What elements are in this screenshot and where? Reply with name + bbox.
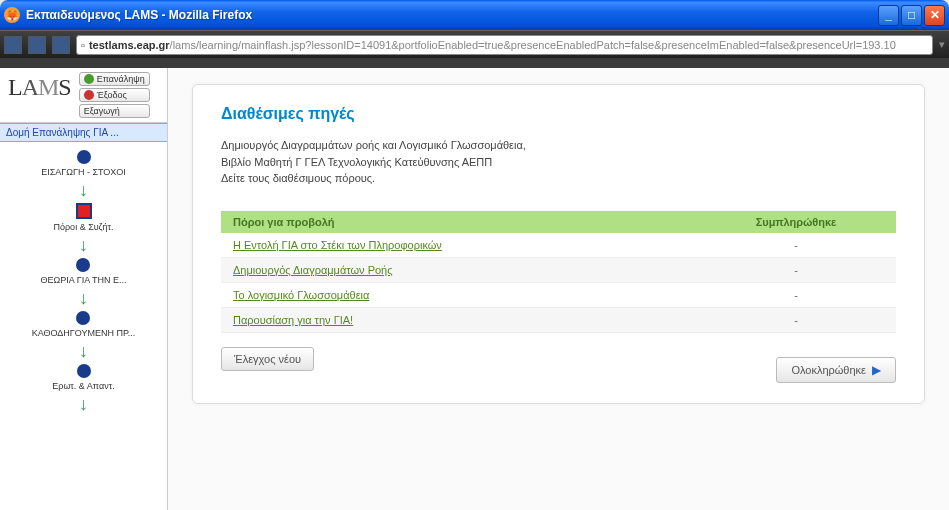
export-button[interactable]: Εξαγωγή bbox=[79, 104, 150, 118]
toolbar-icon-3[interactable] bbox=[52, 36, 70, 54]
flow-node-label: ΘΕΩΡΙΑ ΓΙΑ ΤΗΝ Ε... bbox=[36, 275, 130, 285]
sidebar: LAMS Επανάληψη Έξοδος Εξαγωγή Δομή Επανά… bbox=[0, 68, 168, 510]
content-panel: Διαθέσιμες πηγές Δημιουργός Διαγραμμάτων… bbox=[192, 84, 925, 404]
circle-node-icon bbox=[76, 311, 90, 325]
flow-node-label: ΕΙΣΑΓΩΓΗ - ΣΤΟΧΟΙ bbox=[37, 167, 130, 177]
ruler-strip bbox=[0, 58, 949, 68]
toolbar-icon-1[interactable] bbox=[4, 36, 22, 54]
flow-node-theory[interactable]: ΘΕΩΡΙΑ ΓΙΑ ΤΗΝ Ε... bbox=[36, 258, 130, 285]
completed-cell: - bbox=[696, 257, 896, 282]
page-title: Διαθέσιμες πηγές bbox=[221, 105, 896, 123]
forward-arrow-icon: ▶ bbox=[872, 363, 881, 377]
flow-node-label: ΚΑΘΟΔΗΓΟΥΜΕΝΗ ΠΡ... bbox=[28, 328, 140, 338]
square-node-icon bbox=[76, 203, 92, 219]
resume-label: Επανάληψη bbox=[97, 74, 145, 84]
exit-icon bbox=[84, 90, 94, 100]
url-bar[interactable]: ▫ testlams.eap.gr /lams/learning/mainfla… bbox=[76, 35, 933, 55]
flow-node-qa[interactable]: Ερωτ. & Απαντ. bbox=[48, 364, 118, 391]
flow-arrow-icon: ↓ bbox=[79, 181, 88, 199]
browser-toolbar: ▫ testlams.eap.gr /lams/learning/mainfla… bbox=[0, 30, 949, 58]
check-new-button[interactable]: Έλεγχος νέου bbox=[221, 347, 314, 371]
table-row: Παρουσίαση για την ΓΙΑ! - bbox=[221, 307, 896, 332]
desc-line: Δημιουργός Διαγραμμάτων ροής και Λογισμι… bbox=[221, 139, 526, 151]
firefox-icon: 🦊 bbox=[4, 7, 20, 23]
complete-label: Ολοκληρώθηκε bbox=[791, 364, 866, 376]
maximize-button[interactable]: □ bbox=[901, 5, 922, 26]
window-title: Εκπαιδευόμενος LAMS - Mozilla Firefox bbox=[26, 8, 878, 22]
col-resource: Πόροι για προβολή bbox=[221, 211, 696, 233]
circle-node-icon bbox=[77, 150, 91, 164]
minimize-button[interactable]: _ bbox=[878, 5, 899, 26]
activity-flow: ΕΙΣΑΓΩΓΗ - ΣΤΟΧΟΙ ↓ Πόροι & Συζήτ. ↓ ΘΕΩ… bbox=[0, 142, 167, 510]
resource-link[interactable]: Δημιουργός Διαγραμμάτων Ροής bbox=[233, 264, 393, 276]
resource-link[interactable]: Το λογισμικό Γλωσσομάθεια bbox=[233, 289, 369, 301]
table-row: Δημιουργός Διαγραμμάτων Ροής - bbox=[221, 257, 896, 282]
toolbar-icon-2[interactable] bbox=[28, 36, 46, 54]
window-titlebar: 🦊 Εκπαιδευόμενος LAMS - Mozilla Firefox … bbox=[0, 0, 949, 30]
flow-node-resources[interactable]: Πόροι & Συζήτ. bbox=[50, 203, 118, 232]
exit-button[interactable]: Έξοδος bbox=[79, 88, 150, 102]
sidebar-tab[interactable]: Δομή Επανάληψης ΓΙΑ ... bbox=[0, 123, 167, 142]
flow-arrow-icon: ↓ bbox=[79, 395, 88, 413]
resume-icon bbox=[84, 74, 94, 84]
resource-link[interactable]: Παρουσίαση για την ΓΙΑ! bbox=[233, 314, 353, 326]
close-button[interactable]: ✕ bbox=[924, 5, 945, 26]
flow-node-label: Πόροι & Συζήτ. bbox=[50, 222, 118, 232]
completed-cell: - bbox=[696, 233, 896, 258]
table-row: Το λογισμικό Γλωσσομάθεια - bbox=[221, 282, 896, 307]
main-content: Διαθέσιμες πηγές Δημιουργός Διαγραμμάτων… bbox=[168, 68, 949, 510]
flow-node-guided[interactable]: ΚΑΘΟΔΗΓΟΥΜΕΝΗ ΠΡ... bbox=[28, 311, 140, 338]
col-completed: Συμπληρώθηκε bbox=[696, 211, 896, 233]
flow-node-label: Ερωτ. & Απαντ. bbox=[48, 381, 118, 391]
table-row: Η Εντολή ΓΙΑ στο Στέκι των Πληροφορικών … bbox=[221, 233, 896, 258]
url-dropdown-icon[interactable]: ▾ bbox=[939, 38, 945, 51]
exit-label: Έξοδος bbox=[97, 90, 127, 100]
lams-logo: LAMS bbox=[4, 72, 75, 103]
flow-node-intro[interactable]: ΕΙΣΑΓΩΓΗ - ΣΤΟΧΟΙ bbox=[37, 150, 130, 177]
page-description: Δημιουργός Διαγραμμάτων ροής και Λογισμι… bbox=[221, 137, 896, 187]
page-identity-icon: ▫ bbox=[81, 39, 85, 51]
resource-link[interactable]: Η Εντολή ΓΙΑ στο Στέκι των Πληροφορικών bbox=[233, 239, 442, 251]
export-label: Εξαγωγή bbox=[84, 106, 120, 116]
flow-arrow-icon: ↓ bbox=[79, 236, 88, 254]
resume-button[interactable]: Επανάληψη bbox=[79, 72, 150, 86]
url-path: /lams/learning/mainflash.jsp?lessonID=14… bbox=[170, 39, 896, 51]
resources-table: Πόροι για προβολή Συμπληρώθηκε Η Εντολή … bbox=[221, 211, 896, 333]
circle-node-icon bbox=[76, 258, 90, 272]
complete-button[interactable]: Ολοκληρώθηκε ▶ bbox=[776, 357, 896, 383]
completed-cell: - bbox=[696, 307, 896, 332]
completed-cell: - bbox=[696, 282, 896, 307]
circle-node-icon bbox=[77, 364, 91, 378]
flow-arrow-icon: ↓ bbox=[79, 342, 88, 360]
desc-line: Δείτε τους διαθέσιμους πόρους. bbox=[221, 172, 375, 184]
desc-line: Βιβλίο Μαθητή Γ ΓΕΛ Τεχνολογικής Κατεύθυ… bbox=[221, 156, 492, 168]
url-domain: testlams.eap.gr bbox=[89, 39, 170, 51]
flow-arrow-icon: ↓ bbox=[79, 289, 88, 307]
